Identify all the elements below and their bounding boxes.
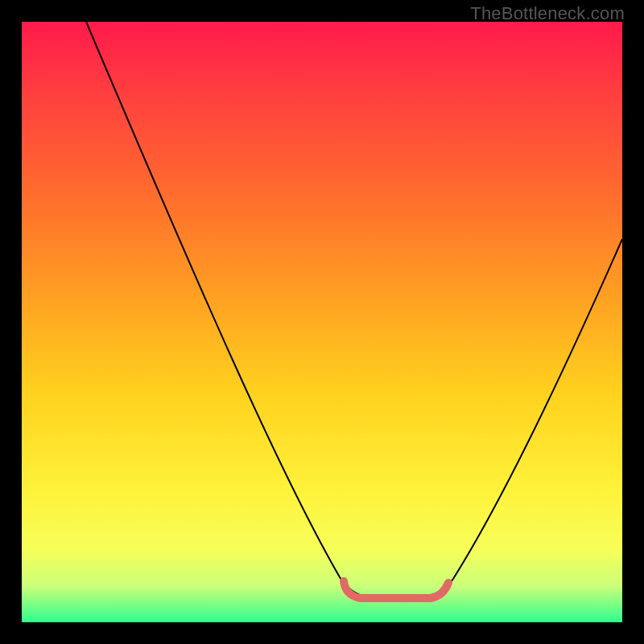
optimal-range-marker [344,581,448,598]
watermark-text: TheBottleneck.com [470,3,625,24]
chart-stage: TheBottleneck.com [0,0,644,644]
plot-area [22,22,622,622]
bottleneck-curve [86,22,622,597]
curve-layer [22,22,622,622]
